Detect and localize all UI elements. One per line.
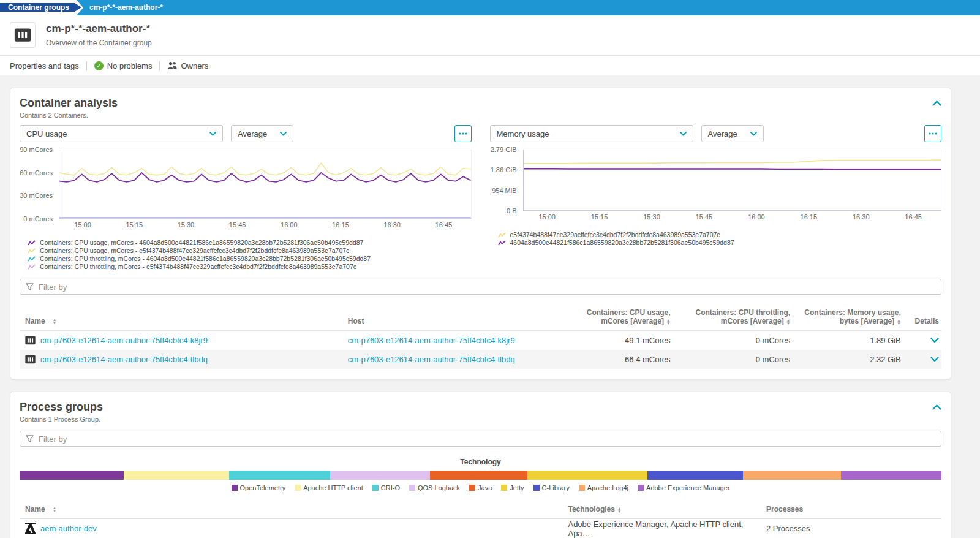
collapse-container-analysis-button[interactable]: [932, 97, 941, 108]
chevron-down-icon: [750, 132, 757, 136]
line-series-icon: [498, 240, 506, 246]
expand-details-chevron[interactable]: [930, 338, 939, 343]
legend-item[interactable]: Containers: CPU usage, mCores - e5f4374b…: [28, 247, 472, 255]
tab-owners[interactable]: Owners: [167, 61, 208, 70]
expand-details-chevron[interactable]: [930, 357, 939, 362]
technology-segment[interactable]: [430, 471, 528, 480]
y-axis-label: 90 mCores: [20, 146, 53, 153]
problems-status[interactable]: No problems: [94, 61, 153, 70]
color-chip: [409, 485, 415, 491]
breadcrumb-root-chip[interactable]: Container groups: [0, 0, 83, 15]
technology-legend: OpenTelemetry Apache HTTP client CRI-O Q…: [20, 484, 941, 491]
technology-segment[interactable]: [229, 471, 331, 480]
legend-item[interactable]: e5f4374b488f47ce329acffefcc3c4dbd7f2f2bd…: [498, 231, 942, 239]
legend-item[interactable]: Containers: CPU throttling, mCores - e5f…: [28, 263, 472, 271]
cpu-aggregation-select[interactable]: Average: [231, 125, 293, 142]
legend-item[interactable]: 4604a8d500e44821f586c1a86559820a3c28bb72…: [498, 239, 942, 247]
memory-metric-select-value: Memory usage: [497, 129, 549, 138]
page-title: cm-p*-*-aem-author-*: [46, 23, 152, 35]
process-groups-filter-input[interactable]: [39, 434, 935, 444]
x-axis-label: 16:30: [853, 213, 870, 221]
memory-chart-more-options-button[interactable]: [924, 125, 941, 142]
process-groups-table-header: Name Technologies Processes: [20, 502, 941, 519]
legend-item: CRI-O: [372, 484, 400, 491]
process-group-link[interactable]: aem-author-dev: [40, 524, 97, 533]
process-groups-table: Name Technologies Processes aem-author-d…: [20, 502, 941, 538]
memory-aggregation-select[interactable]: Average: [701, 125, 764, 142]
memory-chart-y-axis: 2.79 GiB1.86 GiB954 MiB0 B: [490, 150, 519, 211]
memory-aggregation-select-value: Average: [708, 129, 737, 138]
cpu-metric-select[interactable]: CPU usage: [20, 125, 223, 142]
legend-item[interactable]: Containers: CPU usage, mCores - 4604a8d5…: [28, 239, 472, 247]
x-axis-label: 16:00: [748, 213, 765, 221]
containers-filter[interactable]: [20, 279, 941, 295]
ellipsis-icon: [459, 132, 467, 135]
x-axis-label: 15:00: [538, 213, 556, 221]
cpu-metric-select-value: CPU usage: [26, 129, 67, 138]
legend-item: Jetty: [501, 484, 524, 491]
column-header-name[interactable]: Name: [20, 505, 568, 513]
chevron-down-icon: [680, 132, 687, 136]
tab-separator: [86, 61, 87, 70]
line-series-icon: [28, 264, 36, 270]
tab-properties-and-tags[interactable]: Properties and tags: [10, 61, 79, 70]
x-axis-label: 16:00: [281, 221, 298, 229]
container-link[interactable]: cm-p7603-e12614-aem-author-75ff4cbfc4-tl…: [40, 355, 208, 364]
container-link[interactable]: cm-p7603-e12614-aem-author-75ff4cbfc4-k8…: [40, 336, 208, 345]
y-axis-label: 60 mCores: [20, 169, 53, 176]
container-group-icon: [10, 22, 36, 48]
container-analysis-subtitle: Contains 2 Containers.: [20, 112, 941, 119]
legend-item: QOS Logback: [409, 484, 460, 491]
memory-chart-x-axis: 15:0015:1515:3015:4516:0016:1516:3016:45: [523, 213, 942, 222]
adobe-experience-manager-icon: [25, 523, 36, 534]
process-groups-filter[interactable]: [20, 431, 941, 447]
host-link[interactable]: cm-p7603-e12614-aem-author-75ff4cbfc4-tl…: [348, 355, 515, 364]
technology-segment[interactable]: [330, 471, 430, 480]
owners-icon: [167, 61, 177, 70]
memory-metric-select[interactable]: Memory usage: [490, 125, 693, 142]
containers-filter-input[interactable]: [39, 282, 935, 292]
legend-item[interactable]: Containers: CPU throttling, mCores - 460…: [28, 255, 472, 263]
y-axis-label: 2.79 GiB: [491, 146, 517, 153]
memory-usage-value: 2.32 GiB: [790, 355, 901, 364]
x-axis-label: 15:45: [696, 213, 713, 221]
sort-icon[interactable]: [53, 318, 56, 324]
filter-icon: [26, 435, 34, 442]
column-header-cpu-throttling[interactable]: Containers: CPU throttling, mCores [Aver…: [671, 308, 791, 325]
legend-item: Apache Log4j: [579, 484, 628, 491]
column-header-technologies[interactable]: Technologies: [568, 505, 766, 513]
sort-icon[interactable]: [53, 506, 56, 512]
container-analysis-title: Container analysis: [20, 97, 941, 110]
color-chip: [469, 485, 475, 491]
technology-segment[interactable]: [743, 471, 841, 480]
chart-line-series: [524, 160, 941, 164]
cpu-usage-value: 49.1 mCores: [569, 336, 671, 345]
technology-segment[interactable]: [647, 471, 744, 480]
line-series-icon: [28, 256, 36, 262]
technology-segment[interactable]: [124, 471, 229, 480]
line-series-icon: [498, 232, 506, 238]
sort-icon[interactable]: [617, 507, 621, 513]
technology-segment[interactable]: [841, 471, 941, 480]
cpu-aggregation-select-value: Average: [238, 129, 267, 138]
column-header-name[interactable]: Name: [20, 317, 348, 325]
cpu-chart-more-options-button[interactable]: [454, 125, 472, 142]
legend-label: Containers: CPU usage, mCores - 4604a8d5…: [40, 239, 363, 247]
column-header-processes: Processes: [766, 505, 941, 513]
technology-segment[interactable]: [20, 471, 124, 480]
column-header-memory-usage[interactable]: Containers: Memory usage, bytes [Average…: [790, 308, 901, 325]
filter-icon: [26, 283, 34, 290]
breadcrumb-root-label[interactable]: Container groups: [0, 3, 81, 12]
x-axis-label: 15:30: [178, 221, 195, 229]
x-axis-label: 16:15: [332, 221, 349, 229]
containers-table-header: Name Host Containers: CPU usage, mCores …: [20, 306, 941, 331]
technology-segment[interactable]: [527, 471, 647, 480]
line-series-icon: [28, 240, 36, 246]
x-axis-label: 16:15: [801, 213, 818, 221]
column-header-cpu-usage[interactable]: Containers: CPU usage, mCores [Average]: [569, 308, 671, 325]
host-link[interactable]: cm-p7603-e12614-aem-author-75ff4cbfc4-k8…: [348, 336, 515, 345]
cpu-chart-legend: Containers: CPU usage, mCores - 4604a8d5…: [28, 239, 472, 271]
problems-label: No problems: [107, 61, 153, 70]
collapse-process-groups-button[interactable]: [932, 401, 941, 412]
table-row: aem-author-dev Adobe Experience Manager,…: [20, 519, 941, 538]
